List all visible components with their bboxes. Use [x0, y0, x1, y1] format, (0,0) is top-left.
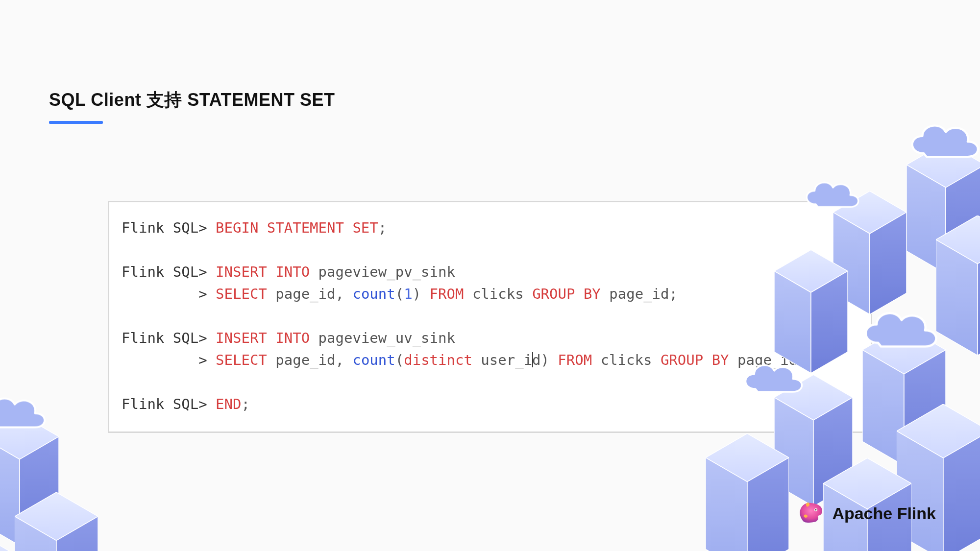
svg-marker-18: [897, 404, 980, 458]
code-token: count: [352, 286, 395, 302]
iso-cube: [706, 433, 789, 551]
code-token: d): [532, 352, 558, 368]
svg-marker-34: [15, 516, 56, 551]
svg-marker-20: [943, 431, 980, 551]
svg-marker-27: [0, 414, 59, 459]
svg-marker-7: [936, 240, 978, 355]
code-token: END: [216, 396, 241, 412]
cloud-icon: [905, 116, 980, 164]
code-line: Flink SQL> INSERT INTO pageview_pv_sink: [122, 261, 858, 283]
code-token: page_id,: [267, 286, 353, 302]
svg-marker-22: [706, 457, 747, 551]
svg-marker-12: [862, 326, 946, 374]
code-token: 1: [404, 286, 412, 302]
svg-marker-19: [897, 431, 943, 551]
code-token: INSERT INTO: [216, 264, 310, 280]
code-token: GROUP BY: [532, 286, 601, 302]
svg-marker-0: [906, 142, 980, 188]
code-token: clicks: [592, 352, 661, 368]
svg-point-40: [815, 509, 817, 511]
svg-marker-8: [978, 240, 980, 355]
code-line: > SELECT page_id, count(distinct user_id…: [122, 349, 858, 371]
code-token: (: [395, 352, 404, 368]
code-token: SELECT: [216, 286, 267, 302]
code-token: distinct: [404, 352, 472, 368]
svg-marker-33: [15, 492, 98, 541]
svg-marker-14: [904, 350, 946, 465]
iso-cube: [862, 326, 946, 466]
footer: Apache Flink: [798, 500, 936, 527]
prompt: Flink SQL>: [122, 396, 216, 412]
prompt: >: [122, 352, 216, 368]
code-token: GROUP BY: [661, 352, 729, 368]
iso-cube: [906, 142, 980, 274]
cloud-icon: [0, 389, 53, 434]
prompt: Flink SQL>: [122, 264, 216, 280]
footer-label: Apache Flink: [832, 504, 936, 523]
code-token: page_id;: [601, 286, 678, 302]
code-token: clicks: [464, 286, 532, 302]
iso-cube: [0, 414, 59, 546]
code-token: INSERT INTO: [216, 330, 310, 346]
text-caret: [532, 352, 533, 368]
iso-cube: [0, 531, 15, 551]
code-line: > SELECT page_id, count(1) FROM clicks G…: [122, 283, 858, 305]
slide-title-block: SQL Client 支持 STATEMENT SET: [49, 88, 335, 124]
svg-marker-29: [20, 436, 59, 545]
prompt: Flink SQL>: [122, 330, 216, 346]
code-token: ): [413, 286, 430, 302]
code-block: Flink SQL> BEGIN STATEMENT SET; Flink SQ…: [108, 201, 872, 433]
code-token: count: [352, 352, 395, 368]
flink-logo-icon: [798, 500, 824, 527]
prompt: Flink SQL>: [122, 219, 216, 236]
code-token: FROM: [430, 286, 464, 302]
code-token: ;: [378, 219, 387, 236]
svg-marker-23: [747, 457, 789, 551]
iso-cube: [897, 404, 980, 551]
code-line: Flink SQL> INSERT INTO pageview_uv_sink: [122, 327, 858, 349]
prompt: >: [122, 286, 216, 302]
code-token: (: [395, 286, 404, 302]
svg-marker-5: [870, 213, 906, 315]
code-line: Flink SQL> BEGIN STATEMENT SET;: [122, 217, 858, 239]
code-token: pageview_uv_sink: [310, 330, 455, 346]
code-token: user_i: [472, 352, 532, 368]
code-line: [122, 371, 858, 393]
iso-cube: [15, 492, 98, 551]
svg-marker-6: [936, 216, 980, 264]
code-line: [122, 305, 858, 327]
code-token: FROM: [558, 352, 592, 368]
title-underline: [49, 121, 103, 124]
svg-marker-28: [0, 436, 20, 545]
code-token: ;: [241, 396, 249, 412]
code-token: page_id,: [267, 352, 353, 368]
code-line: [122, 239, 858, 261]
code-token: page_id;: [729, 352, 806, 368]
iso-cube: [936, 216, 980, 356]
svg-marker-21: [706, 433, 789, 482]
slide-title: SQL Client 支持 STATEMENT SET: [49, 88, 335, 112]
svg-marker-36: [0, 531, 15, 551]
code-token: SELECT: [216, 352, 267, 368]
code-token: pageview_pv_sink: [310, 264, 455, 280]
code-token: BEGIN STATEMENT SET: [216, 219, 378, 236]
svg-marker-2: [946, 165, 980, 273]
code-line: Flink SQL> END;: [122, 393, 858, 415]
svg-marker-35: [56, 516, 98, 551]
svg-marker-1: [906, 165, 946, 273]
